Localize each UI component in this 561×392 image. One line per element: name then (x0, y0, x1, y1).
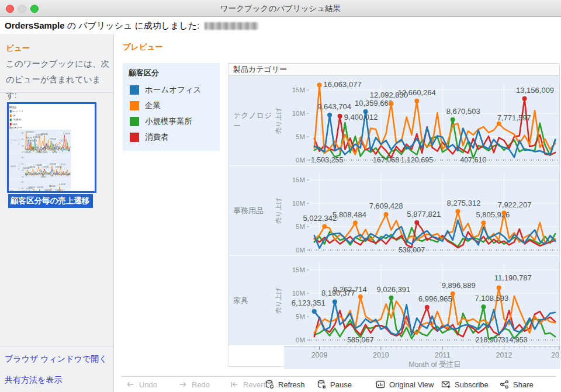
data-label: 8,190,377 (27, 188, 33, 190)
y-axis-title: 売り上げ (272, 76, 284, 165)
data-point-marker[interactable] (384, 212, 389, 217)
data-label-min: 539,007 (399, 246, 425, 254)
data-label: 9,262,714 (29, 186, 35, 189)
data-point-marker[interactable] (327, 113, 332, 117)
series-line (25, 141, 70, 152)
data-point-marker[interactable] (322, 224, 327, 229)
toolbar-item-label: Refresh (278, 380, 305, 389)
views-sidebar: ビュー このワークブックには、次 のビューが含まれています: 顧客区分 ホームオ… (0, 34, 114, 392)
share-button[interactable]: Share (500, 380, 534, 389)
data-label-min: 314,953 (501, 336, 527, 344)
x-axis-title: Month of 受注日 (408, 360, 461, 369)
data-label: 6,996,965 (44, 189, 51, 192)
data-point-marker (64, 135, 64, 136)
data-point-marker[interactable] (451, 117, 455, 122)
open-in-browser-link[interactable]: ブラウザ ウィンドウで開く (5, 354, 108, 365)
view-thumbnail-label[interactable]: 顧客区分毎の売上遷移 (8, 194, 93, 208)
data-label: 5,877,821 (43, 166, 49, 169)
legend-item-corporate: 企業 (9, 113, 71, 117)
legend-swatch (10, 110, 12, 112)
data-point-marker[interactable] (389, 296, 393, 300)
data-point-marker (29, 190, 29, 192)
data-point-marker[interactable] (425, 305, 430, 310)
y-tick-label: 5M (296, 313, 305, 320)
data-label: 9,643,704 (26, 137, 32, 140)
data-point-marker[interactable] (312, 309, 317, 314)
toolbar-item-label: Revert (243, 380, 265, 389)
legend-swatch (130, 101, 139, 110)
data-point-marker[interactable] (497, 122, 501, 126)
y-axis-title: 売り上げ (18, 154, 20, 179)
y-tick-label: 10M (292, 200, 305, 207)
subscribe-button[interactable]: Subscribe (441, 380, 489, 389)
data-point-marker (51, 166, 52, 167)
data-label: 9,400,012 (31, 140, 37, 143)
data-point-marker[interactable] (389, 101, 393, 106)
data-label: 9,026,391 (37, 186, 43, 189)
data-label: 9,896,889 (49, 185, 56, 188)
chart-row-furniture: 家具 売り上げ 0M5M10M15M585,067218,907314,9536… (228, 256, 559, 345)
data-point-marker[interactable] (481, 221, 486, 226)
y-tick-label: 5M (22, 145, 23, 148)
line-plot[interactable]: 0M5M10M15M1,503,255167,0681,120,695407,6… (284, 76, 559, 165)
data-point-marker[interactable] (414, 220, 419, 225)
data-label: 12,092,830 (36, 133, 43, 136)
data-point-marker[interactable] (363, 109, 368, 114)
data-label-min: 585,067 (347, 336, 373, 344)
legend-item-corporate[interactable]: 企業 (127, 98, 220, 113)
data-point-marker[interactable] (481, 304, 486, 309)
y-axis-title: 売り上げ (272, 256, 284, 345)
revert-button[interactable]: Revert (230, 380, 265, 389)
data-point-marker[interactable] (317, 82, 322, 87)
data-point-marker[interactable] (358, 294, 363, 299)
data-point-marker[interactable] (455, 209, 460, 214)
legend-item-home-office[interactable]: ホームオフィス (127, 82, 220, 98)
data-point-marker (56, 192, 57, 193)
views-description: このワークブックには、次 のビューが含まれています: (6, 56, 111, 103)
data-point-marker (27, 140, 28, 141)
original-view-button[interactable]: Original View (376, 380, 434, 389)
series-line (25, 139, 70, 151)
legend-swatch (130, 85, 139, 95)
pause-button[interactable]: Pause (317, 380, 352, 389)
view-thumbnail-content: 顧客区分 ホームオフィス 企業 小規模事業所 消費者 製品カテゴリー テクノロジ… (9, 106, 92, 188)
revert-icon (230, 380, 239, 389)
data-label: 7,771,597 (60, 140, 66, 143)
data-point-marker[interactable] (522, 96, 527, 101)
data-point-marker[interactable] (501, 211, 506, 216)
x-axis: 20092010201120122013Month of 受注日 (284, 346, 560, 369)
line-plot[interactable]: 0M5M10M15M585,067218,907314,9536,123,351… (284, 256, 559, 345)
refresh-button[interactable]: Refresh (265, 380, 305, 389)
y-tick-label: 10M (292, 110, 305, 117)
toolbar-item-label: Subscribe (455, 380, 489, 389)
divider (0, 346, 114, 346)
data-point-marker[interactable] (497, 285, 501, 290)
show-sharing-options-link[interactable]: 共有方法を表示 (5, 375, 62, 386)
data-label: 9,026,391 (376, 285, 410, 294)
chart-column-header: 製品カテゴリー (228, 64, 559, 76)
data-label: 9,400,012 (344, 113, 378, 122)
toolbar-item-label: Original View (389, 380, 434, 389)
legend-swatch (130, 117, 139, 126)
data-point-marker (26, 131, 26, 133)
legend-item-consumer[interactable]: 消費者 (127, 129, 220, 145)
color-legend: 顧客区分 ホームオフィス 企業 小規模事業所 消費者 (123, 63, 220, 151)
data-point-marker[interactable] (333, 299, 337, 304)
data-point-marker[interactable] (414, 99, 419, 103)
undo-button[interactable]: Undo (126, 380, 157, 389)
view-thumbnail[interactable]: 顧客区分 ホームオフィス 企業 小規模事業所 消費者 製品カテゴリー テクノロジ… (7, 102, 96, 193)
legend-item-small-business[interactable]: 小規模事業所 (127, 113, 220, 129)
pause-icon (317, 380, 326, 389)
data-label-min: 407,610 (460, 156, 486, 164)
data-point-marker (33, 189, 34, 190)
y-tick-label: 5M (296, 133, 305, 140)
data-point-marker[interactable] (451, 292, 455, 296)
redo-button[interactable]: Redo (178, 380, 210, 389)
data-label: 5,877,821 (407, 210, 441, 218)
row-label: テクノロジー (9, 130, 18, 154)
data-point-marker[interactable] (338, 114, 342, 119)
data-point-marker (34, 138, 35, 140)
window-title: ワークブックのパブリッシュ結果 (0, 4, 561, 14)
line-plot[interactable]: 0M5M10M15M539,0075,022,3425,808,4847,609… (284, 166, 559, 255)
data-point-marker[interactable] (353, 221, 358, 226)
